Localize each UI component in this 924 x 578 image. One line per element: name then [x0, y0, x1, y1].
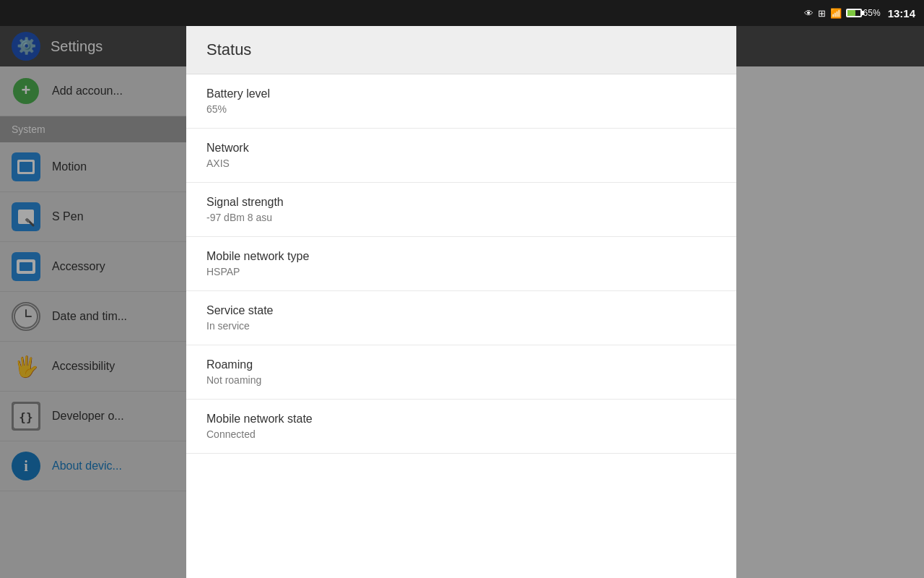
dialog-title: Status [206, 40, 251, 59]
dialog-row-value: 65% [206, 103, 716, 115]
dialog-row-label: Mobile network state [206, 413, 716, 426]
dialog-row-value: -97 dBm 8 asu [206, 212, 716, 223]
dialog-row: Service state In service [186, 291, 736, 345]
dialog-row-label: Signal strength [206, 196, 716, 209]
dialog-row-label: Battery level [206, 87, 716, 100]
dialog-body[interactable]: Battery level 65% Network AXIS Signal st… [186, 74, 736, 578]
status-icons: 👁 ⊞ 📶 65% 13:14 [804, 7, 915, 20]
dialog-row: Mobile network state Connected [186, 400, 736, 454]
dialog-row: Signal strength -97 dBm 8 asu [186, 183, 736, 237]
dialog-row-label: Mobile network type [206, 250, 716, 263]
battery-fill [847, 10, 856, 16]
dialog-row-label: Service state [206, 304, 716, 317]
dialog-row: Battery level 65% [186, 74, 736, 129]
dialog-row-value: Not roaming [206, 374, 716, 386]
dialog-row: Roaming Not roaming [186, 345, 736, 400]
dialog-row-value: HSPAP [206, 266, 716, 277]
dialog-row-value: AXIS [206, 158, 716, 169]
dialog-row: Mobile network type HSPAP [186, 237, 736, 291]
eye-icon: 👁 [804, 8, 814, 19]
dialog-row-value: In service [206, 320, 716, 332]
dialog-row: Network AXIS [186, 129, 736, 183]
dialog-header: Status [186, 26, 736, 74]
status-time: 13:14 [888, 7, 915, 20]
battery-percent: 65% [863, 8, 881, 18]
signal-alt-icon: ⊞ [818, 8, 826, 19]
status-bar: 👁 ⊞ 📶 65% 13:14 [0, 0, 924, 26]
dialog-row-label: Roaming [206, 358, 716, 371]
dialog-row-label: Network [206, 142, 716, 155]
battery-bar [846, 9, 862, 17]
status-dialog: Status Battery level 65% Network AXIS Si… [186, 26, 736, 578]
dialog-row-value: Connected [206, 428, 716, 440]
battery-indicator: 65% [846, 8, 881, 18]
signal-bars-icon: 📶 [830, 8, 842, 19]
